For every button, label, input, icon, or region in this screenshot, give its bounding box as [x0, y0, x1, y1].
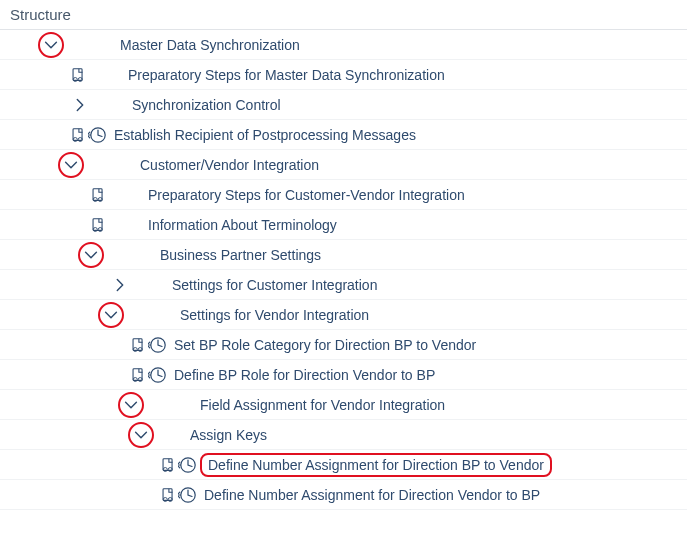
highlight-ring [98, 302, 124, 328]
tree-node-label[interactable]: Settings for Customer Integration [168, 277, 377, 293]
tree-node-label[interactable]: Preparatory Steps for Customer-Vendor In… [144, 187, 465, 203]
tree-node-r12[interactable]: Field Assignment for Vendor Integration [0, 390, 687, 420]
structure-tree: Master Data SynchronizationPreparatory S… [0, 30, 687, 510]
tree-node-r6[interactable]: Information About Terminology [0, 210, 687, 240]
tree-node-label[interactable]: Master Data Synchronization [116, 37, 300, 53]
chevron-down-icon[interactable] [81, 245, 101, 265]
chevron-right-icon[interactable] [70, 95, 90, 115]
highlight-ring [78, 242, 104, 268]
structure-header: Structure [0, 0, 687, 30]
tree-node-label[interactable]: Assign Keys [186, 427, 267, 443]
structure-title: Structure [10, 6, 71, 23]
activity-clock-icon[interactable] [178, 485, 198, 505]
document-icon [88, 216, 108, 234]
tree-node-label[interactable]: Set BP Role Category for Direction BP to… [170, 337, 476, 353]
tree-node-label[interactable]: Define Number Assignment for Direction B… [200, 453, 552, 477]
document-icon [68, 66, 88, 84]
activity-clock-icon[interactable] [148, 365, 168, 385]
tree-node-r2[interactable]: Synchronization Control [0, 90, 687, 120]
tree-node-r10[interactable]: Set BP Role Category for Direction BP to… [0, 330, 687, 360]
document-icon [158, 486, 178, 504]
highlight-ring [58, 152, 84, 178]
tree-node-label[interactable]: Synchronization Control [128, 97, 281, 113]
chevron-right-icon[interactable] [110, 275, 130, 295]
tree-node-r14[interactable]: Define Number Assignment for Direction B… [0, 450, 687, 480]
highlight-ring [128, 422, 154, 448]
document-icon [68, 126, 88, 144]
tree-node-r0[interactable]: Master Data Synchronization [0, 30, 687, 60]
chevron-down-icon[interactable] [121, 395, 141, 415]
chevron-down-icon[interactable] [61, 155, 81, 175]
tree-node-label[interactable]: Establish Recipient of Postprocessing Me… [110, 127, 416, 143]
activity-clock-icon[interactable] [148, 335, 168, 355]
document-icon [158, 456, 178, 474]
tree-node-label[interactable]: Information About Terminology [144, 217, 337, 233]
tree-node-r15[interactable]: Define Number Assignment for Direction V… [0, 480, 687, 510]
tree-node-label[interactable]: Define Number Assignment for Direction V… [200, 487, 540, 503]
tree-node-r1[interactable]: Preparatory Steps for Master Data Synchr… [0, 60, 687, 90]
activity-clock-icon[interactable] [178, 455, 198, 475]
tree-node-label[interactable]: Field Assignment for Vendor Integration [196, 397, 445, 413]
tree-node-label[interactable]: Business Partner Settings [156, 247, 321, 263]
chevron-down-icon[interactable] [101, 305, 121, 325]
tree-node-r9[interactable]: Settings for Vendor Integration [0, 300, 687, 330]
tree-node-r11[interactable]: Define BP Role for Direction Vendor to B… [0, 360, 687, 390]
document-icon [128, 366, 148, 384]
tree-node-r7[interactable]: Business Partner Settings [0, 240, 687, 270]
tree-node-label[interactable]: Settings for Vendor Integration [176, 307, 369, 323]
tree-node-label[interactable]: Preparatory Steps for Master Data Synchr… [124, 67, 445, 83]
chevron-down-icon[interactable] [131, 425, 151, 445]
tree-node-r13[interactable]: Assign Keys [0, 420, 687, 450]
tree-node-r4[interactable]: Customer/Vendor Integration [0, 150, 687, 180]
activity-clock-icon[interactable] [88, 125, 108, 145]
highlight-ring [38, 32, 64, 58]
document-icon [88, 186, 108, 204]
chevron-down-icon[interactable] [41, 35, 61, 55]
tree-node-r3[interactable]: Establish Recipient of Postprocessing Me… [0, 120, 687, 150]
tree-node-label[interactable]: Define BP Role for Direction Vendor to B… [170, 367, 435, 383]
highlight-ring [118, 392, 144, 418]
document-icon [128, 336, 148, 354]
tree-node-label[interactable]: Customer/Vendor Integration [136, 157, 319, 173]
tree-node-r8[interactable]: Settings for Customer Integration [0, 270, 687, 300]
tree-node-r5[interactable]: Preparatory Steps for Customer-Vendor In… [0, 180, 687, 210]
